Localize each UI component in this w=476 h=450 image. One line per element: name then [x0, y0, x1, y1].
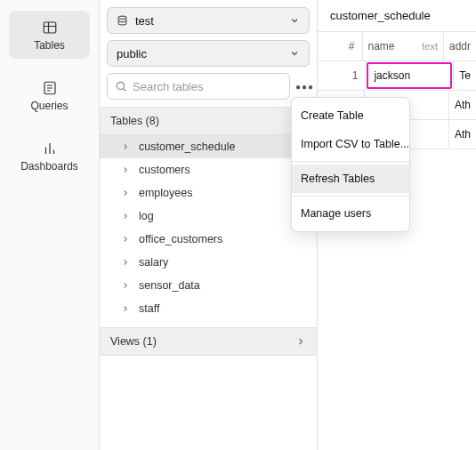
chevron-right-icon	[121, 281, 130, 290]
database-select-value: test	[135, 14, 154, 28]
database-select[interactable]: test	[107, 7, 310, 34]
chevron-right-icon	[121, 212, 130, 221]
col-addr-header[interactable]: addr	[444, 32, 476, 60]
table-icon	[42, 20, 58, 36]
chevron-right-icon	[121, 165, 130, 174]
table-item-label: salary	[139, 256, 168, 269]
svg-point-2	[118, 16, 126, 19]
tables-list: customer_schedulecustomersemployeeslogof…	[100, 135, 317, 320]
table-item-label: sensor_data	[139, 279, 200, 292]
table-item[interactable]: sensor_data	[100, 274, 317, 297]
nav-label: Dashboards	[20, 160, 78, 173]
table-item-label: employees	[139, 187, 192, 199]
search-icon	[115, 80, 127, 92]
views-section-label: Views (1)	[110, 335, 157, 348]
tables-section-label: Tables (8)	[110, 115, 159, 127]
table-item[interactable]: employees	[100, 181, 317, 205]
search-tables-input-wrapper[interactable]	[107, 73, 290, 100]
left-nav: TablesQueriesDashboards	[0, 0, 100, 450]
context-menu: Create TableImport CSV to Table...Refres…	[291, 97, 410, 232]
chevron-right-icon	[295, 336, 306, 347]
chevron-right-icon	[121, 235, 130, 244]
col-name-header[interactable]: name text	[363, 32, 444, 60]
table-row[interactable]: 1jacksonTe	[318, 61, 476, 91]
col-name-type: text	[422, 41, 438, 52]
menu-separator	[292, 161, 409, 162]
schema-select[interactable]: public	[107, 40, 310, 67]
bar-chart-icon	[42, 141, 58, 157]
cell-addr[interactable]: Ath	[449, 120, 476, 149]
schema-panel: test public	[100, 0, 318, 450]
table-item[interactable]: office_customers	[100, 228, 317, 251]
menu-item[interactable]: Import CSV to Table...	[292, 130, 409, 158]
nav-label: Tables	[34, 39, 65, 52]
menu-separator	[292, 196, 409, 197]
chevron-right-icon	[121, 258, 130, 267]
svg-rect-0	[44, 22, 56, 33]
document-icon	[42, 80, 58, 96]
database-icon	[117, 15, 128, 27]
col-index-header[interactable]: #	[318, 32, 363, 60]
menu-item[interactable]: Refresh Tables	[292, 165, 409, 193]
chevron-right-icon	[121, 304, 130, 313]
chevron-right-icon	[121, 142, 130, 151]
schema-select-value: public	[117, 47, 147, 60]
table-item-label: staff	[139, 302, 159, 315]
nav-label: Queries	[30, 100, 68, 112]
chevron-right-icon	[121, 189, 130, 197]
table-item[interactable]: customer_schedule	[100, 135, 317, 158]
table-item-label: office_customers	[139, 233, 222, 245]
nav-dashboards[interactable]: Dashboards	[9, 132, 90, 180]
chevron-down-icon	[289, 48, 300, 59]
nav-queries[interactable]: Queries	[9, 71, 90, 119]
svg-point-3	[117, 82, 124, 89]
more-actions-button[interactable]: ●●●	[295, 76, 314, 96]
search-tables-input[interactable]	[133, 80, 282, 93]
views-section-header[interactable]: Views (1)	[100, 327, 317, 356]
menu-item[interactable]: Create Table	[292, 101, 409, 130]
table-item[interactable]: log	[100, 205, 317, 228]
nav-tables[interactable]: Tables	[9, 11, 90, 59]
chevron-down-icon	[289, 15, 300, 26]
table-item-label: log	[139, 210, 154, 222]
table-item[interactable]: customers	[100, 158, 317, 181]
cell-index: 1	[318, 61, 366, 90]
grid-header-row: # name text addr	[318, 32, 476, 61]
menu-item[interactable]: Manage users	[292, 199, 409, 228]
col-name-label: name	[368, 40, 395, 52]
tables-section-header[interactable]: Tables (8)	[100, 107, 317, 135]
cell-addr[interactable]: Ath	[449, 91, 476, 119]
cell-name[interactable]: jackson	[366, 61, 454, 90]
table-item[interactable]: salary	[100, 251, 317, 274]
table-item-label: customers	[139, 164, 190, 176]
table-item[interactable]: staff	[100, 297, 317, 320]
table-title: customer_schedule	[318, 0, 476, 32]
table-item-label: customer_schedule	[139, 141, 235, 153]
cell-addr[interactable]: Te	[454, 61, 476, 90]
